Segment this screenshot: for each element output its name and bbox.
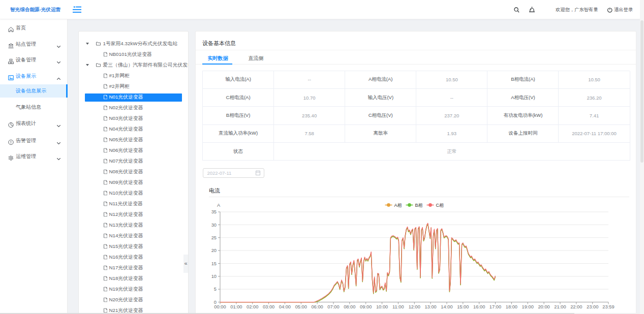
svg-text:21:00: 21:00 (554, 304, 566, 309)
svg-text:22:00: 22:00 (570, 304, 582, 309)
svg-text:B相: B相 (415, 203, 423, 208)
svg-text:20:00: 20:00 (538, 304, 549, 309)
svg-text:30: 30 (211, 223, 217, 228)
svg-text:08:00: 08:00 (344, 304, 355, 309)
svg-text:14:00: 14:00 (441, 304, 452, 309)
svg-text:25: 25 (211, 235, 217, 240)
svg-text:17:00: 17:00 (489, 304, 501, 309)
svg-text:03:00: 03:00 (263, 304, 274, 309)
svg-text:13:00: 13:00 (424, 304, 436, 309)
svg-text:04:00: 04:00 (279, 304, 291, 309)
svg-text:05:00: 05:00 (295, 304, 307, 309)
svg-text:12:00: 12:00 (409, 304, 420, 309)
svg-text:09:00: 09:00 (360, 304, 372, 309)
svg-text:A相: A相 (394, 203, 402, 208)
svg-text:02:00: 02:00 (247, 304, 258, 309)
svg-text:07:00: 07:00 (327, 304, 339, 309)
svg-text:01:00: 01:00 (230, 304, 242, 309)
svg-text:06:00: 06:00 (311, 304, 323, 309)
svg-text:15:00: 15:00 (457, 304, 469, 309)
svg-text:19:00: 19:00 (522, 304, 534, 309)
svg-text:A: A (217, 203, 221, 208)
svg-text:00:00: 00:00 (214, 304, 226, 309)
svg-text:15: 15 (211, 261, 217, 266)
svg-text:20: 20 (211, 248, 217, 253)
svg-text:10:00: 10:00 (376, 304, 388, 309)
svg-text:16:00: 16:00 (473, 304, 485, 309)
svg-text:10: 10 (211, 274, 217, 279)
svg-text:C相: C相 (436, 203, 444, 208)
svg-text:18:00: 18:00 (506, 304, 517, 309)
svg-text:23:00: 23:00 (587, 304, 598, 309)
svg-text:11:00: 11:00 (392, 304, 404, 309)
svg-text:5: 5 (214, 287, 217, 292)
svg-text:35: 35 (211, 209, 217, 214)
svg-text:23:59: 23:59 (602, 304, 614, 309)
